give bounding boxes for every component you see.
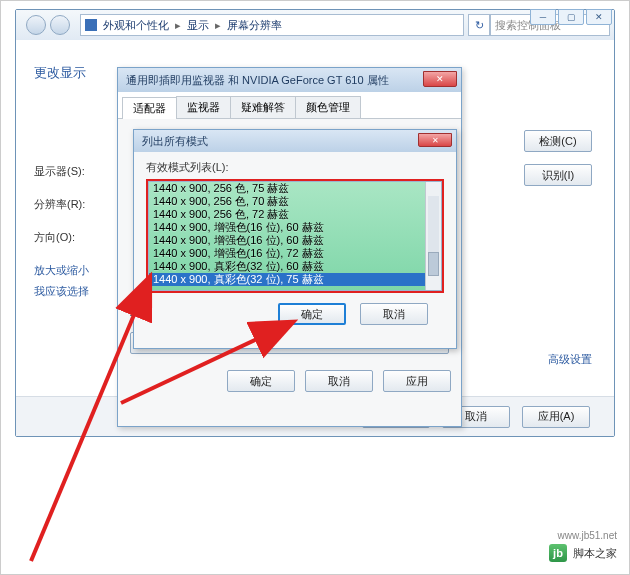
maximize-button[interactable]: ▢ [558, 9, 584, 25]
props-close-button[interactable]: ✕ [423, 71, 457, 87]
scrollbar-thumb[interactable] [428, 252, 439, 276]
crumb-0[interactable]: 外观和个性化 [103, 18, 169, 33]
mode-option[interactable]: 1440 x 900, 256 色, 75 赫兹 [149, 182, 441, 195]
mode-option[interactable]: 1440 x 900, 256 色, 72 赫兹 [149, 208, 441, 221]
detect-button[interactable]: 检测(C) [524, 130, 592, 152]
mode-option[interactable]: 1440 x 900, 256 色, 70 赫兹 [149, 195, 441, 208]
modes-body: 有效模式列表(L): 1440 x 900, 256 色, 75 赫兹1440 … [134, 152, 456, 335]
tab-monitor[interactable]: 监视器 [176, 96, 231, 118]
watermark-text: 脚本之家 [573, 546, 617, 561]
modes-list-label: 有效模式列表(L): [146, 160, 444, 175]
forward-button[interactable] [50, 15, 70, 35]
list-all-modes-dialog: 列出所有模式 ✕ 有效模式列表(L): 1440 x 900, 256 色, 7… [133, 129, 457, 349]
breadcrumb[interactable]: 外观和个性化▸ 显示▸ 屏幕分辨率 [80, 14, 464, 36]
minimize-button[interactable]: ─ [530, 9, 556, 25]
modes-footer: 确定 取消 [146, 293, 444, 327]
props-title-text: 通用即插即用监视器 和 NVIDIA GeForce GT 610 属性 [126, 73, 389, 88]
titlebar: 外观和个性化▸ 显示▸ 屏幕分辨率 ↻ 搜索控制面板 [16, 10, 614, 40]
identify-button[interactable]: 识别(I) [524, 164, 592, 186]
modes-listbox[interactable]: 1440 x 900, 256 色, 75 赫兹1440 x 900, 256 … [148, 181, 442, 291]
orientation-label: 方向(O): [34, 230, 98, 245]
modes-title-text: 列出所有模式 [142, 134, 208, 149]
resolution-label: 分辨率(R): [34, 197, 98, 212]
tab-color-mgmt[interactable]: 颜色管理 [295, 96, 361, 118]
main-apply-button[interactable]: 应用(A) [522, 406, 590, 428]
watermark: www.jb51.net jb 脚本之家 [549, 544, 617, 562]
monitor-label: 显示器(S): [34, 164, 98, 179]
mode-option[interactable]: 1440 x 900, 增强色(16 位), 60 赫兹 [149, 221, 441, 234]
tab-adapter[interactable]: 适配器 [122, 97, 177, 119]
crumb-1[interactable]: 显示 [187, 18, 209, 33]
annotation-highlight-box: 1440 x 900, 256 色, 75 赫兹1440 x 900, 256 … [146, 179, 444, 293]
back-button[interactable] [26, 15, 46, 35]
modes-titlebar[interactable]: 列出所有模式 ✕ [134, 130, 456, 152]
tab-troubleshoot[interactable]: 疑难解答 [230, 96, 296, 118]
nav-buttons [20, 15, 76, 35]
scrollbar[interactable] [425, 182, 441, 290]
mode-option[interactable]: 1440 x 900, 增强色(16 位), 60 赫兹 [149, 234, 441, 247]
props-footer: 确定 取消 应用 [118, 364, 461, 398]
advanced-settings-link[interactable]: 高级设置 [548, 352, 592, 367]
props-tabs: 适配器 监视器 疑难解答 颜色管理 [118, 92, 461, 119]
crumb-2[interactable]: 屏幕分辨率 [227, 18, 282, 33]
window-controls: ─ ▢ ✕ [530, 9, 612, 25]
modes-close-button[interactable]: ✕ [418, 133, 452, 147]
refresh-button[interactable]: ↻ [468, 14, 490, 36]
modes-ok-button[interactable]: 确定 [278, 303, 346, 325]
close-button[interactable]: ✕ [586, 9, 612, 25]
modes-cancel-button[interactable]: 取消 [360, 303, 428, 325]
props-apply-button[interactable]: 应用 [383, 370, 451, 392]
mode-option[interactable]: 1440 x 900, 真彩色(32 位), 75 赫兹 [149, 273, 441, 286]
props-titlebar[interactable]: 通用即插即用监视器 和 NVIDIA GeForce GT 610 属性 ✕ [118, 68, 461, 92]
mode-option[interactable]: 1440 x 900, 真彩色(32 位), 60 赫兹 [149, 260, 441, 273]
props-cancel-button[interactable]: 取消 [305, 370, 373, 392]
control-panel-icon [85, 19, 97, 31]
mode-option[interactable]: 1440 x 900, 增强色(16 位), 72 赫兹 [149, 247, 441, 260]
props-ok-button[interactable]: 确定 [227, 370, 295, 392]
watermark-url: www.jb51.net [558, 530, 617, 541]
watermark-logo: jb [549, 544, 567, 562]
